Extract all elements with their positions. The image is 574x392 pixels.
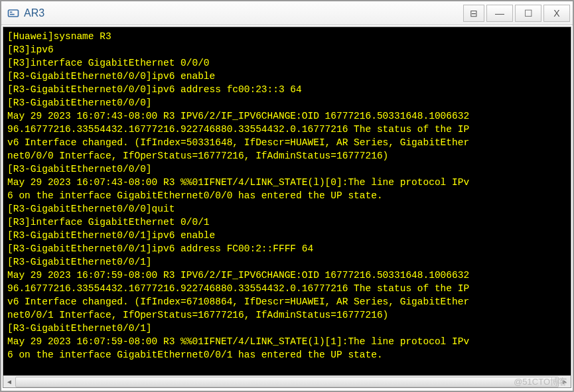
terminal-line: [R3]ipv6 <box>7 43 567 56</box>
terminal-line: 6 on the interface GigabitEthernet0/0/1 … <box>7 348 567 361</box>
maximize-button[interactable]: ☐ <box>515 5 541 22</box>
terminal-line: v6 Interface changed. (IfIndex=67108864,… <box>7 295 567 308</box>
window-controls: ⊟ — ☐ X <box>461 5 570 22</box>
window-title: AR3 <box>24 7 461 19</box>
terminal-container: [Huawei]sysname R3[R3]ipv6[R3]interface … <box>3 27 571 388</box>
terminal-line: [R3-GigabitEthernet0/0/1] <box>7 255 567 269</box>
minimize-button[interactable]: — <box>486 5 513 22</box>
horizontal-scrollbar[interactable]: ◄ ► <box>3 375 571 387</box>
terminal-line: May 29 2023 16:07:59-08:00 R3 IPV6/2/IF_… <box>7 269 567 282</box>
terminal-line: 96.16777216.33554432.16777216.922746880.… <box>7 123 567 136</box>
app-icon <box>7 7 20 20</box>
titlebar[interactable]: AR3 ⊟ — ☐ X <box>1 1 573 25</box>
scroll-thumb[interactable] <box>15 377 559 387</box>
terminal-line: [R3-GigabitEthernet0/0/0]quit <box>7 202 567 216</box>
terminal-line: [Huawei]sysname R3 <box>7 30 567 43</box>
terminal-line: [R3]interface GigabitEthernet 0/0/1 <box>7 216 567 229</box>
terminal-line: May 29 2023 16:07:43-08:00 R3 IPV6/2/IF_… <box>7 109 567 123</box>
terminal-line: [R3-GigabitEthernet0/0/1] <box>7 322 567 335</box>
terminal-line: [R3-GigabitEthernet0/0/1]ipv6 address FC… <box>7 242 567 255</box>
close-button[interactable]: X <box>543 5 570 22</box>
terminal-line: v6 Interface changed. (IfIndex=50331648,… <box>7 136 567 149</box>
terminal-line: [R3-GigabitEthernet0/0/0]ipv6 enable <box>7 70 567 83</box>
terminal-line: May 29 2023 16:07:43-08:00 R3 %%01IFNET/… <box>7 176 567 189</box>
extra-button[interactable]: ⊟ <box>463 5 484 22</box>
svg-rect-2 <box>10 13 15 15</box>
watermark: @51CTO博客 <box>514 376 567 388</box>
terminal-output[interactable]: [Huawei]sysname R3[R3]ipv6[R3]interface … <box>3 27 571 375</box>
svg-rect-1 <box>10 11 12 13</box>
terminal-line: net0/0/0 Interface, IfOperStatus=1677721… <box>7 149 567 163</box>
terminal-line: [R3-GigabitEthernet0/0/0] <box>7 96 567 109</box>
terminal-line: 96.16777216.33554432.16777216.922746880.… <box>7 282 567 295</box>
scroll-left-arrow[interactable]: ◄ <box>3 377 15 387</box>
terminal-line: [R3-GigabitEthernet0/0/1]ipv6 enable <box>7 229 567 242</box>
terminal-line: [R3]interface GigabitEthernet 0/0/0 <box>7 56 567 70</box>
svg-rect-0 <box>9 10 19 17</box>
terminal-line: net0/0/1 Interface, IfOperStatus=1677721… <box>7 308 567 322</box>
terminal-line: 6 on the interface GigabitEthernet0/0/0 … <box>7 189 567 202</box>
terminal-line: [R3-GigabitEthernet0/0/0] <box>7 163 567 176</box>
scroll-track[interactable] <box>15 377 559 387</box>
terminal-line: May 29 2023 16:07:59-08:00 R3 %%01IFNET/… <box>7 335 567 348</box>
terminal-line: [R3-GigabitEthernet0/0/0]ipv6 address fc… <box>7 83 567 96</box>
